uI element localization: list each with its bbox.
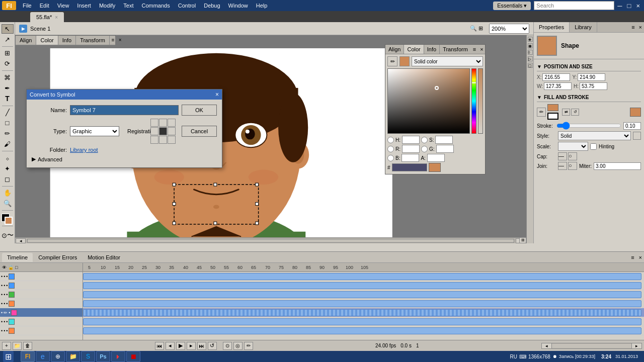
panel-options-btn[interactable]: ≡ — [629, 22, 636, 32]
cp-stroke-icon[interactable]: ✏ — [387, 56, 397, 66]
frame-row-2[interactable] — [83, 281, 644, 290]
snap-to-objects-btn[interactable]: ⊙ — [2, 229, 7, 241]
timeline-close-btn[interactable]: × — [637, 253, 644, 261]
select-tool[interactable]: ↖ — [2, 24, 14, 34]
menu-insert[interactable]: Insert — [73, 2, 95, 10]
layer-1-lock[interactable]: • — [4, 274, 5, 279]
layer-2-eye[interactable]: • — [1, 283, 3, 288]
cp-color-tab[interactable]: Color — [404, 45, 424, 54]
panel-btn-4[interactable]: ▷ — [528, 56, 533, 61]
hinting-checkbox[interactable] — [590, 143, 597, 150]
layer-row-5[interactable]: • ✏ • — [0, 308, 83, 317]
pen-tool[interactable]: ✒ — [2, 83, 14, 93]
h-scrollbar[interactable]: ◂ ▸ ⊞ — [15, 237, 526, 243]
frame-row-7[interactable] — [83, 326, 644, 335]
menu-help[interactable]: Help — [253, 2, 271, 10]
rect-tool[interactable]: □ — [2, 118, 14, 128]
zoom-dropdown[interactable]: 200% — [489, 24, 529, 34]
essentials-dropdown[interactable]: Essentials ▾ — [493, 2, 531, 10]
layer-1-eye[interactable]: • — [1, 274, 3, 279]
brush-tool[interactable]: 🖌 — [2, 139, 14, 149]
advanced-label[interactable]: Advanced — [38, 156, 62, 162]
cp-fill-swatch[interactable] — [399, 56, 410, 66]
text-tool[interactable]: T — [2, 94, 14, 104]
timeline-tab[interactable]: Timeline — [2, 253, 33, 262]
menu-commands[interactable]: Commands — [138, 2, 173, 10]
eyedropper-tool[interactable]: ✦ — [2, 164, 14, 173]
cp-b-input[interactable]: 92 — [401, 154, 419, 162]
play-btn[interactable]: ▶ — [176, 342, 185, 350]
layer-4-outline[interactable]: • — [6, 301, 8, 306]
cp-type-select[interactable]: Solid color — [412, 56, 483, 66]
cp-saturation-area[interactable] — [387, 68, 470, 134]
cp-b-radio[interactable] — [387, 155, 394, 161]
fill-stroke-section[interactable]: ▼ FILL AND STROKE — [537, 93, 641, 102]
flash-taskbar-btn[interactable]: Fl — [21, 351, 35, 362]
reg-bc[interactable] — [159, 136, 167, 144]
cp-info-tab[interactable]: Info — [424, 45, 440, 54]
current-color-swatch[interactable] — [630, 108, 641, 117]
layer-2-outline[interactable]: • — [6, 283, 8, 288]
menu-debug[interactable]: Debug — [200, 2, 223, 10]
reg-tc[interactable] — [159, 119, 167, 127]
cp-g-radio[interactable] — [421, 146, 428, 152]
cap-none-btn[interactable]: — — [558, 152, 567, 160]
position-size-section[interactable]: ▼ POSITION AND SIZE — [537, 62, 641, 71]
layer-row-6[interactable]: • • • — [0, 317, 83, 326]
cp-h-radio[interactable] — [387, 137, 394, 143]
cp-h-input[interactable] — [402, 136, 420, 144]
reset-colors-btn[interactable]: ↺ — [571, 109, 579, 116]
scale-select[interactable] — [558, 142, 588, 151]
menu-window[interactable]: Window — [225, 2, 252, 10]
lock-icon[interactable]: 🔒 — [8, 265, 14, 270]
layer-1-outline[interactable]: • — [6, 274, 8, 279]
reg-ml[interactable] — [150, 127, 158, 135]
info-tab[interactable]: Info — [58, 36, 76, 45]
scroll-left-btn[interactable]: ◂ — [16, 238, 26, 243]
eye-icon[interactable]: 👁 — [2, 265, 7, 270]
cp-align-tab[interactable]: Align — [385, 45, 404, 54]
edit-onion-btn[interactable]: ✏ — [244, 342, 253, 350]
stroke-swatch[interactable] — [547, 113, 558, 120]
layer-3-eye[interactable]: • — [1, 292, 3, 297]
h-input[interactable] — [580, 82, 607, 90]
cp-close-btn[interactable]: × — [478, 45, 485, 54]
reg-tr[interactable] — [168, 119, 176, 127]
reg-mr[interactable] — [168, 127, 176, 135]
layer-7-lock[interactable]: • — [4, 328, 5, 333]
photoshop-taskbar-btn[interactable]: Ps — [96, 351, 110, 362]
free-transform-tool[interactable]: ⊞ — [2, 49, 14, 58]
align-tab[interactable]: Align — [16, 36, 36, 45]
step-back-btn[interactable]: ◂ — [166, 342, 175, 350]
skip-to-start-btn[interactable]: ⏮ — [155, 342, 164, 350]
fill-tool-icon[interactable]: ✏ — [537, 108, 546, 117]
layer-5-lock[interactable]: ✏ — [4, 310, 8, 315]
stop-btn[interactable]: ⏹ — [126, 351, 140, 362]
tl-scroll-right[interactable]: ▸ — [631, 343, 641, 348]
start-button[interactable]: ⊞ — [3, 351, 14, 362]
layer-5-outline[interactable]: • — [9, 310, 10, 315]
delete-layer-btn[interactable]: 🗑 — [23, 342, 32, 350]
ie-taskbar-btn[interactable]: e — [36, 351, 50, 362]
timeline-options-btn[interactable]: ≡ — [629, 253, 636, 261]
skip-to-end-btn[interactable]: ⏭ — [197, 342, 206, 350]
cp-menu-btn[interactable]: ≡ — [471, 45, 478, 54]
layer-row-2[interactable]: • • • — [0, 281, 83, 290]
layer-4-lock[interactable]: • — [4, 301, 5, 306]
frame-row-4[interactable] — [83, 299, 644, 308]
stroke-slider[interactable] — [556, 122, 621, 130]
chrome-taskbar-btn[interactable]: ⊕ — [51, 351, 65, 362]
style-options-btn[interactable] — [633, 132, 641, 140]
layer-6-eye[interactable]: • — [1, 319, 3, 324]
fill-swatch[interactable] — [547, 104, 558, 111]
document-tab[interactable]: 55.fla* × — [30, 12, 64, 22]
onion-outline-btn[interactable]: ◎ — [233, 342, 243, 350]
panel-collapse-btn[interactable]: × — [637, 22, 644, 32]
add-folder-btn[interactable]: 📁 — [13, 342, 22, 350]
cap-round-btn[interactable]: ○ — [568, 152, 577, 160]
color-panel-close[interactable]: × — [117, 36, 124, 45]
layer-row-7[interactable]: • • • — [0, 326, 83, 335]
cancel-button[interactable]: Cancel — [182, 126, 217, 137]
swap-colors-btn[interactable]: ⇄ — [562, 109, 570, 116]
menu-view[interactable]: View — [54, 2, 73, 10]
